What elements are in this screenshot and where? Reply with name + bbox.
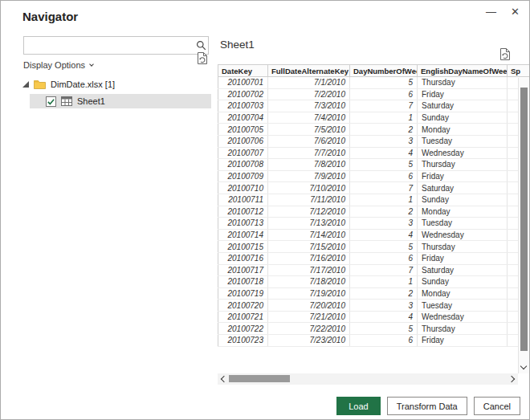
scroll-right-icon[interactable] bbox=[508, 376, 515, 382]
table-row: 201007067/6/20103Tuesday bbox=[218, 135, 530, 147]
table-cell: 7/21/2010 bbox=[268, 311, 350, 323]
tree-item-sheet1[interactable]: Sheet1 bbox=[30, 94, 211, 108]
table-cell: 6 bbox=[350, 252, 418, 264]
table-cell: 7 bbox=[350, 182, 418, 194]
table-cell: Thursday bbox=[418, 323, 508, 335]
table-row: 201007077/7/20104Wednesday bbox=[218, 147, 530, 159]
table-cell: 20100705 bbox=[218, 124, 268, 136]
table-row: 201007167/16/20106Friday bbox=[218, 252, 530, 264]
table-cell: 3 bbox=[350, 135, 418, 147]
table-row: 201007147/14/20104Wednesday bbox=[218, 229, 530, 241]
table-row: 201007217/21/20104Wednesday bbox=[218, 311, 530, 323]
table-cell: Sunday bbox=[418, 276, 508, 288]
dialog-title: Navigator bbox=[22, 10, 78, 23]
table-cell: 20100714 bbox=[218, 229, 268, 241]
table-cell: Friday bbox=[418, 88, 508, 100]
horizontal-scrollbar-thumb[interactable] bbox=[229, 375, 290, 382]
table-row: 201007237/23/20106Friday bbox=[218, 335, 530, 347]
vertical-scrollbar-thumb[interactable] bbox=[520, 88, 528, 351]
table-cell: 5 bbox=[350, 77, 418, 89]
table-cell: 7/4/2010 bbox=[268, 112, 350, 124]
cancel-button[interactable]: Cancel bbox=[474, 397, 520, 415]
display-options-dropdown[interactable]: Display Options bbox=[23, 60, 93, 70]
table-row: 201007027/2/20106Friday bbox=[218, 88, 530, 100]
table-cell: 7/10/2010 bbox=[268, 182, 350, 194]
table-cell: 7/6/2010 bbox=[268, 135, 350, 147]
expand-collapse-icon[interactable] bbox=[22, 81, 29, 88]
table-row: 201007187/18/20101Sunday bbox=[218, 276, 530, 288]
table-cell: 5 bbox=[350, 241, 418, 253]
table-cell: 7/17/2010 bbox=[268, 264, 350, 276]
chevron-down-icon bbox=[89, 62, 94, 67]
table-cell: 5 bbox=[350, 323, 418, 335]
load-button[interactable]: Load bbox=[336, 397, 380, 415]
transform-data-button[interactable]: Transform Data bbox=[387, 397, 467, 415]
table-cell: 20100723 bbox=[218, 335, 268, 347]
table-cell: Thursday bbox=[418, 77, 508, 89]
table-cell: 3 bbox=[350, 218, 418, 230]
scroll-down-icon[interactable] bbox=[520, 363, 527, 369]
table-cell: 20100720 bbox=[218, 300, 268, 312]
table-cell: Friday bbox=[418, 335, 508, 347]
table-row: 201007047/4/20101Sunday bbox=[218, 112, 530, 124]
table-cell: 20100712 bbox=[218, 206, 268, 218]
table-cell: 1 bbox=[350, 276, 418, 288]
vertical-scrollbar[interactable] bbox=[518, 78, 529, 373]
table-cell: 7/23/2010 bbox=[268, 335, 350, 347]
table-row: 201007127/12/20102Monday bbox=[218, 206, 530, 218]
search-box[interactable] bbox=[23, 36, 209, 55]
preview-table: DateKeyFullDateAlternateKeyDayNumberOfWe… bbox=[218, 64, 530, 347]
table-cell: Monday bbox=[418, 206, 508, 218]
table-cell: Tuesday bbox=[418, 300, 508, 312]
table-cell: 7/16/2010 bbox=[268, 252, 350, 264]
minimize-button[interactable]: — bbox=[486, 6, 496, 18]
table-cell: 20100701 bbox=[218, 77, 268, 89]
navigator-dialog: Navigator — ✕ Display Options DimDate.xl… bbox=[0, 0, 530, 420]
table-cell: 7/7/2010 bbox=[268, 147, 350, 159]
table-cell: 7/5/2010 bbox=[268, 124, 350, 136]
folder-icon bbox=[34, 80, 46, 89]
table-row: 201007227/22/20105Thursday bbox=[218, 323, 530, 335]
refresh-preview-icon[interactable] bbox=[499, 47, 512, 61]
table-row: 201007197/19/20102Monday bbox=[218, 287, 530, 300]
table-cell: 20100710 bbox=[218, 182, 268, 194]
refresh-navigator-icon[interactable] bbox=[197, 51, 209, 65]
table-row: 201007057/5/20102Monday bbox=[218, 124, 530, 136]
table-cell: 7/20/2010 bbox=[268, 300, 350, 312]
table-row: 201007207/20/20103Tuesday bbox=[218, 300, 530, 312]
table-cell: 7/12/2010 bbox=[268, 206, 350, 218]
table-cell: 6 bbox=[350, 88, 418, 100]
sheet1-checkbox[interactable] bbox=[46, 96, 56, 107]
table-header-row: DateKeyFullDateAlternateKeyDayNumberOfWe… bbox=[218, 65, 530, 77]
search-icon[interactable] bbox=[194, 40, 208, 51]
table-cell: 7/13/2010 bbox=[268, 218, 350, 230]
search-input[interactable] bbox=[24, 37, 194, 54]
tree-item-workbook[interactable]: DimDate.xlsx [1] bbox=[22, 77, 115, 92]
table-cell: 7/19/2010 bbox=[268, 287, 350, 300]
column-header: EnglishDayNameOfWeek bbox=[418, 65, 508, 77]
table-cell: Monday bbox=[418, 124, 508, 136]
table-cell: 20100702 bbox=[218, 88, 268, 100]
column-header: DayNumberOfWeek bbox=[350, 65, 418, 77]
table-cell: 20100717 bbox=[218, 264, 268, 276]
close-button[interactable]: ✕ bbox=[511, 6, 520, 18]
table-cell: 7/15/2010 bbox=[268, 241, 350, 253]
table-cell: 7 bbox=[350, 100, 418, 112]
table-cell: 20100706 bbox=[218, 135, 268, 147]
scroll-left-icon[interactable] bbox=[221, 376, 227, 382]
table-cell: 7/1/2010 bbox=[268, 77, 350, 89]
table-cell: Saturday bbox=[418, 100, 508, 112]
table-cell: 2 bbox=[350, 287, 418, 300]
table-cell: 20100718 bbox=[218, 276, 268, 288]
table-cell: 20100713 bbox=[218, 218, 268, 230]
table-cell: 7/2/2010 bbox=[268, 88, 350, 100]
table-cell: 7/8/2010 bbox=[268, 159, 350, 171]
table-cell: 20100708 bbox=[218, 159, 268, 171]
sheet-icon bbox=[61, 96, 72, 106]
horizontal-scrollbar[interactable] bbox=[218, 373, 518, 385]
table-cell: 1 bbox=[350, 194, 418, 206]
table-cell: 4 bbox=[350, 229, 418, 241]
table-cell: 20100709 bbox=[218, 170, 268, 182]
table-row: 201007177/17/20107Saturday bbox=[218, 264, 530, 276]
table-cell: Wednesday bbox=[418, 229, 508, 241]
